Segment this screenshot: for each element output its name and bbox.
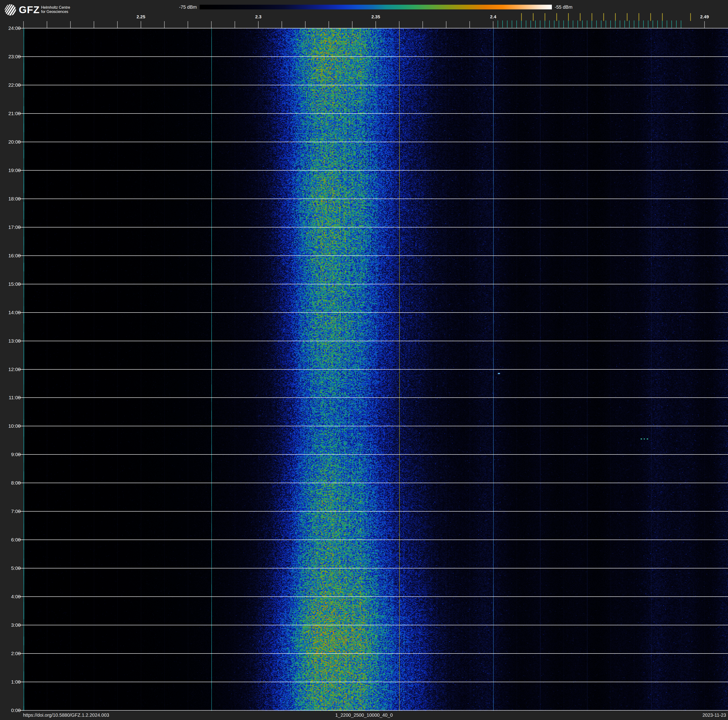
ble-channel-tick	[535, 20, 536, 28]
time-tick	[18, 539, 23, 540]
spectrogram-screen: GFZ Helmholtz Centre for Geosciences -75…	[0, 0, 728, 720]
wifi-channel-tick	[568, 13, 569, 21]
ble-channel-tick	[606, 20, 606, 28]
ble-channel-tick	[531, 20, 531, 28]
spectrogram-canvas	[23, 28, 728, 711]
freq-minor-tick	[188, 21, 188, 28]
freq-minor-tick	[47, 21, 47, 28]
ble-channel-tick	[587, 20, 587, 28]
colorbar-min-label: -75 dBm	[141, 5, 197, 10]
ble-channel-tick	[629, 20, 630, 28]
time-tick	[18, 142, 23, 142]
time-tick	[18, 710, 23, 711]
colorbar-max-label: -55 dBm	[555, 5, 611, 10]
freq-minor-tick	[23, 21, 24, 28]
freq-tick-label: 2.35	[372, 14, 380, 20]
wifi-channel-tick	[650, 13, 651, 21]
ble-channel-tick	[667, 20, 667, 28]
time-tick	[18, 170, 23, 171]
ble-channel-tick	[544, 20, 545, 28]
wifi-channel-tick	[533, 13, 534, 21]
freq-minor-tick	[70, 21, 71, 28]
wifi-channel-tick	[603, 13, 604, 21]
freq-minor-tick	[376, 21, 376, 28]
time-tick	[18, 284, 23, 284]
time-tick	[18, 511, 23, 512]
ble-channel-tick	[549, 20, 550, 28]
wifi-channel-tick	[662, 13, 663, 21]
ble-channel-tick	[498, 20, 498, 28]
time-tick	[18, 625, 23, 625]
ble-channel-tick	[563, 20, 564, 28]
ble-channel-tick	[582, 20, 583, 28]
freq-minor-tick	[141, 21, 141, 28]
freq-minor-tick	[422, 21, 423, 28]
freq-minor-tick	[94, 21, 94, 28]
ble-channel-tick	[601, 20, 601, 28]
freq-tick-label: 2.3	[255, 14, 262, 20]
freq-tick-label: 2.49	[700, 14, 709, 20]
time-tick	[18, 426, 23, 426]
freq-minor-tick	[493, 21, 493, 28]
ble-channel-tick	[521, 20, 522, 28]
time-tick	[18, 113, 23, 114]
freq-minor-tick	[235, 21, 235, 28]
ble-channel-tick	[596, 20, 597, 28]
time-tick	[18, 312, 23, 313]
wifi-channel-tick	[615, 13, 616, 21]
time-tick	[18, 369, 23, 370]
wifi-channel-tick	[556, 13, 557, 21]
time-tick	[18, 568, 23, 568]
ble-channel-tick	[662, 20, 662, 28]
freq-minor-tick	[352, 21, 352, 28]
time-tick	[18, 682, 23, 682]
wifi-channel-tick	[580, 13, 581, 21]
ble-channel-tick	[573, 20, 573, 28]
time-tick	[18, 397, 23, 398]
footer-dataset-id: 1_2200_2500_10000_40_0	[335, 712, 393, 718]
ble-channel-tick	[634, 20, 634, 28]
footer-date: 2023-11-23	[702, 712, 726, 718]
ble-channel-tick	[526, 20, 526, 28]
time-tick	[18, 483, 23, 483]
freq-minor-tick	[117, 21, 118, 28]
freq-minor-tick	[329, 21, 329, 28]
time-tick	[18, 85, 23, 85]
wifi-channel-tick	[544, 13, 545, 21]
wifi-channel-tick	[521, 13, 522, 21]
brand-subtitle-line2: for Geosciences	[41, 10, 70, 14]
brand-title: GFZ	[19, 4, 40, 15]
time-tick	[18, 227, 23, 227]
ble-channel-tick	[676, 20, 677, 28]
wifi-channel-tick	[690, 13, 691, 21]
time-tick	[18, 596, 23, 597]
freq-minor-tick	[470, 21, 470, 28]
time-tick	[18, 28, 23, 28]
colorbar	[200, 5, 552, 9]
ble-channel-tick	[502, 20, 503, 28]
freq-minor-tick	[446, 21, 447, 28]
wifi-channel-tick	[639, 13, 639, 21]
ble-channel-tick	[653, 20, 653, 28]
time-tick	[18, 199, 23, 199]
freq-tick-label: 2.4	[490, 14, 496, 20]
freq-tick-label: 2.25	[137, 14, 145, 20]
ble-channel-tick	[578, 20, 578, 28]
time-tick	[18, 454, 23, 455]
ble-channel-tick	[624, 20, 625, 28]
ble-channel-tick	[592, 20, 592, 28]
ble-channel-tick	[559, 20, 559, 28]
freq-minor-tick	[704, 21, 705, 28]
brand-subtitle: Helmholtz Centre for Geosciences	[41, 5, 70, 14]
freq-minor-tick	[258, 21, 258, 28]
time-tick	[18, 256, 23, 256]
ble-channel-tick	[657, 20, 658, 28]
ble-channel-tick	[620, 20, 620, 28]
ble-channel-tick	[512, 20, 512, 28]
freq-minor-tick	[399, 21, 399, 28]
ble-channel-tick	[516, 20, 517, 28]
wifi-channel-tick	[627, 13, 627, 21]
ble-channel-tick	[610, 20, 611, 28]
freq-minor-tick	[305, 21, 306, 28]
wifi-channel-tick	[592, 13, 592, 21]
